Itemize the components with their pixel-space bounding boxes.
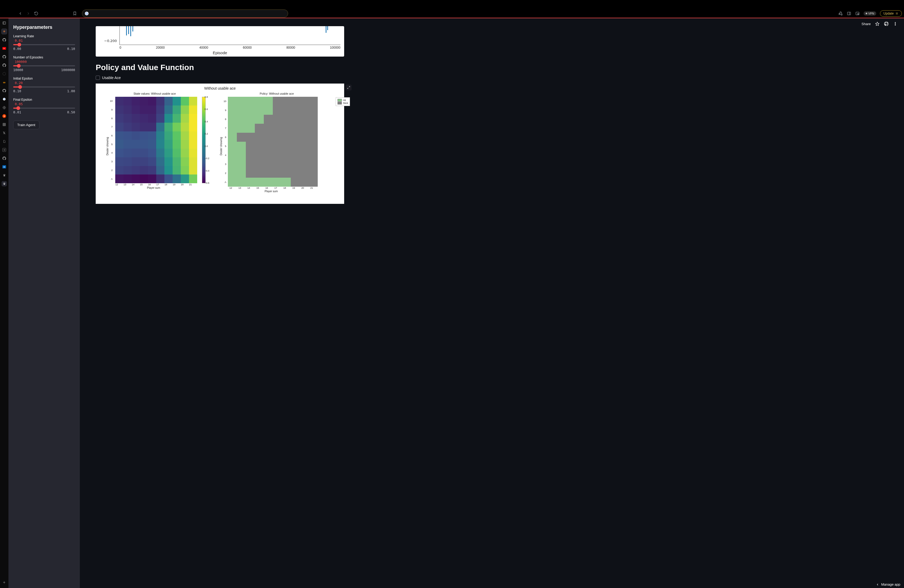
policy-cell [300, 151, 309, 160]
nav-forward-button[interactable] [26, 11, 31, 16]
heatmap-cell [189, 106, 197, 114]
rail-item-github-5[interactable] [2, 156, 7, 161]
rail-sidebar-icon[interactable] [2, 21, 7, 26]
param-slider[interactable] [13, 107, 75, 109]
rail-item-active[interactable]: ✳ [2, 29, 7, 34]
bookmark-icon[interactable] [73, 11, 77, 16]
train-agent-button[interactable]: Train Agent [13, 120, 40, 129]
param-slider[interactable] [13, 87, 75, 87]
rail-add-button[interactable]: + [3, 580, 5, 585]
github-icon[interactable] [884, 21, 889, 26]
policy-cell [273, 133, 282, 142]
rail-item-reddit[interactable]: ● [2, 114, 7, 119]
heatmap-cell [181, 106, 189, 114]
rail-item-outlook[interactable]: O [2, 164, 7, 169]
policy-cell [237, 151, 246, 160]
policy-cell [264, 124, 273, 133]
heatmap-cell [132, 157, 140, 166]
extensions-icon[interactable] [838, 11, 843, 16]
kebab-menu-icon[interactable] [893, 21, 898, 26]
rail-item-colab[interactable]: ∞ [2, 80, 7, 85]
heatmap-cell [123, 174, 132, 183]
reload-button[interactable] [34, 11, 39, 16]
rail-item-github-3[interactable] [2, 63, 7, 68]
policy-cell [246, 142, 255, 151]
param-slider[interactable] [13, 44, 75, 45]
heatmap-cell [115, 114, 123, 123]
policy-cell [255, 133, 264, 142]
rail-item-generic-2[interactable] [2, 122, 7, 127]
svg-rect-4 [858, 13, 859, 14]
policy-cell [228, 133, 237, 142]
browser-update-button[interactable]: Update [880, 10, 902, 17]
policy-cell [237, 160, 246, 169]
rail-item-github-2[interactable] [2, 54, 7, 60]
policy-cell [309, 124, 318, 133]
panel-icon[interactable] [847, 11, 852, 16]
share-link[interactable]: Share [861, 22, 871, 26]
policy-cell [273, 142, 282, 151]
policy-cell [255, 115, 264, 124]
heatmap-cell [123, 106, 132, 114]
vpn-indicator[interactable]: VPN [864, 11, 877, 16]
heatmap-cell [189, 149, 197, 157]
heatmap-cell [181, 140, 189, 149]
heatmap-cell [140, 140, 148, 149]
policy-value-figure: Without usable ace State values: Without… [96, 84, 344, 204]
param-slider[interactable] [13, 65, 75, 66]
policy-cell [291, 151, 300, 160]
pip-icon[interactable] [855, 11, 860, 16]
param-value: 0.01 [13, 39, 75, 43]
nav-back-button[interactable] [18, 11, 23, 16]
rail-item-crown-1[interactable]: ♛ [2, 173, 7, 178]
policy-cell [282, 124, 291, 133]
manage-app-button[interactable]: Manage app [876, 582, 900, 586]
policy-cell [282, 151, 291, 160]
rail-item-youtube[interactable] [2, 46, 7, 51]
rail-item-openai[interactable]: ❂ [2, 147, 7, 153]
rail-item-generic-1[interactable] [2, 71, 7, 76]
policy-cell [246, 151, 255, 160]
param-label: Number of Episodes [13, 55, 75, 59]
policy-cell [273, 160, 282, 169]
policy-cell [237, 97, 246, 106]
heatmap-cell [181, 157, 189, 166]
policy-cell [228, 169, 237, 178]
app-top-actions: Share [861, 21, 898, 26]
heatmap-cell [140, 157, 148, 166]
heatmap-cell [148, 97, 156, 106]
policy-cell [273, 178, 282, 187]
rail-item-x[interactable]: 𝕏 [2, 130, 7, 136]
policy-cell [273, 124, 282, 133]
policy-cell [237, 106, 246, 115]
heatmap-cell [189, 157, 197, 166]
policy-cell [273, 97, 282, 106]
svg-text:G: G [3, 98, 5, 100]
policy-cell [273, 106, 282, 115]
usable-ace-checkbox[interactable] [96, 76, 100, 80]
figure-expand-button[interactable] [346, 85, 352, 90]
policy-cell [291, 124, 300, 133]
rail-item-globe[interactable] [2, 105, 7, 110]
heatmap-cell [172, 157, 181, 166]
rail-item-crown-2[interactable]: ♛ [2, 181, 7, 187]
heatmap-cell [123, 123, 132, 131]
policy-cell [264, 160, 273, 169]
policy-cell [291, 97, 300, 106]
policy-cell [291, 178, 300, 187]
address-bar[interactable] [82, 9, 288, 17]
update-label: Update [883, 12, 894, 15]
policy-cell [228, 178, 237, 187]
policy-cell [237, 124, 246, 133]
param-value: 0.20 [13, 81, 75, 85]
heatmap-cell [172, 131, 181, 140]
rail-item-github[interactable] [2, 37, 7, 43]
rail-item-doc[interactable] [2, 139, 7, 144]
rail-item-google[interactable]: G [2, 96, 7, 102]
policy-cell [246, 160, 255, 169]
policy-cell [309, 169, 318, 178]
star-icon[interactable] [875, 21, 880, 26]
policy-cell [282, 97, 291, 106]
rail-item-github-4[interactable] [2, 88, 7, 93]
heatmap-cell [172, 106, 181, 114]
